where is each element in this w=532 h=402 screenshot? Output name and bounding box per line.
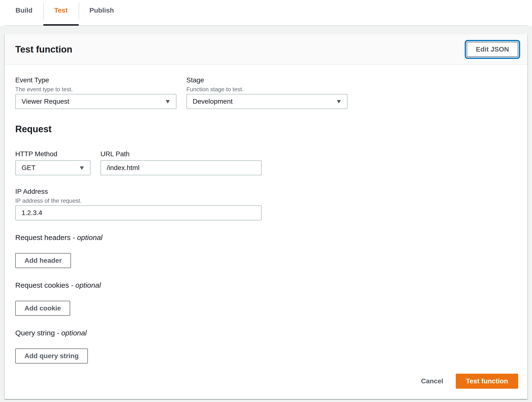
request-section-heading: Request (15, 124, 518, 135)
stage-select[interactable]: Development ▼ (186, 94, 348, 109)
request-cookies-label-text: Request cookies (15, 281, 69, 289)
panel-footer: Cancel Test function (15, 374, 518, 389)
event-type-select[interactable]: Viewer Request ▼ (15, 94, 176, 109)
tab-publish-label: Publish (90, 7, 114, 14)
http-method-selected-value: GET (22, 164, 36, 172)
request-cookies-label: Request cookies - optional (15, 281, 518, 290)
tab-bar-divider (5, 25, 527, 26)
tab-build-label: Build (15, 7, 32, 14)
url-path-label: URL Path (100, 150, 262, 158)
request-headers-label: Request headers - optional (15, 233, 518, 242)
cloudfront-function-test-screen: Build Test Publish Test function Edit JS… (0, 0, 532, 399)
query-string-label: Query string - optional (15, 328, 518, 338)
url-path-input[interactable] (100, 160, 262, 175)
tab-build[interactable]: Build (5, 0, 43, 26)
edit-json-button[interactable]: Edit JSON (467, 42, 518, 57)
caret-down-icon: ▼ (78, 165, 85, 171)
cancel-button[interactable]: Cancel (421, 377, 443, 385)
stage-field: Stage Function stage to test. Developmen… (186, 76, 348, 109)
http-method-select[interactable]: GET ▼ (15, 160, 91, 175)
tab-list: Build Test Publish (5, 0, 532, 26)
panel-title: Test function (15, 44, 72, 55)
event-type-field: Event Type The event type to test. Viewe… (15, 76, 176, 109)
event-stage-row: Event Type The event type to test. Viewe… (15, 76, 518, 109)
request-headers-label-text: Request headers (15, 233, 71, 241)
panel-header: Test function Edit JSON (5, 34, 527, 65)
stage-description: Function stage to test. (186, 85, 348, 93)
event-type-description: The event type to test. (15, 85, 176, 93)
method-path-row: HTTP Method GET ▼ URL Path (15, 150, 518, 175)
ip-address-field: IP Address IP address of the request. (15, 187, 262, 220)
tab-bar: Build Test Publish (0, 0, 532, 26)
caret-down-icon: ▼ (335, 99, 342, 104)
tab-publish[interactable]: Publish (79, 0, 125, 26)
ip-address-input[interactable] (15, 205, 262, 220)
content-area: Test function Edit JSON Event Type The e… (0, 26, 532, 399)
add-cookie-button[interactable]: Add cookie (15, 301, 70, 316)
request-cookies-optional-text: - optional (71, 281, 101, 289)
event-type-selected-value: Viewer Request (22, 98, 69, 105)
add-header-button[interactable]: Add header (15, 253, 71, 268)
add-query-string-button[interactable]: Add query string (15, 348, 88, 363)
http-method-label: HTTP Method (15, 150, 91, 158)
request-headers-optional-text: - optional (73, 233, 102, 241)
http-method-field: HTTP Method GET ▼ (15, 150, 91, 175)
tab-test-label: Test (54, 7, 68, 14)
ip-address-description: IP address of the request. (15, 197, 262, 205)
query-string-label-text: Query string (15, 329, 55, 337)
stage-selected-value: Development (193, 98, 233, 105)
ip-address-label: IP Address (15, 187, 262, 196)
test-function-panel: Test function Edit JSON Event Type The e… (5, 34, 527, 399)
url-path-field: URL Path (100, 150, 262, 175)
test-function-button[interactable]: Test function (456, 374, 518, 389)
stage-label: Stage (186, 76, 348, 84)
caret-down-icon: ▼ (164, 99, 171, 104)
event-type-label: Event Type (15, 76, 176, 84)
query-string-optional-text: - optional (57, 329, 87, 337)
tab-test[interactable]: Test (43, 0, 79, 26)
panel-body: Event Type The event type to test. Viewe… (5, 65, 527, 399)
